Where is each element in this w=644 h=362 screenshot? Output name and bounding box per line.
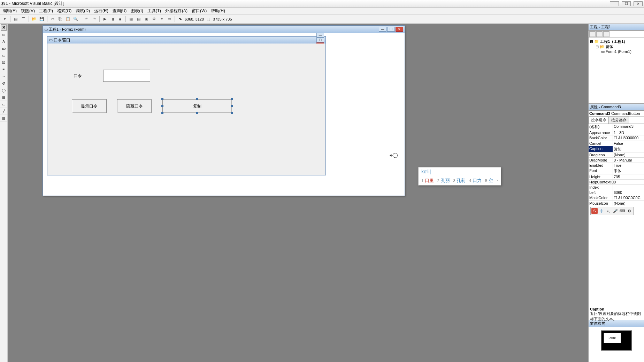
form-maximize-icon[interactable]: ☐ <box>316 38 324 42</box>
menu-addins[interactable]: 外接程序(A) <box>164 7 189 15</box>
property-row[interactable]: CancelFalse <box>589 141 644 146</box>
designer-titlebar[interactable]: ▭ 工程1 - Form1 (Form) — ☐ ✕ <box>43 26 405 33</box>
textbox-tool-icon[interactable]: ab <box>0 45 7 52</box>
selection-handle[interactable] <box>231 105 233 107</box>
selection-handle[interactable] <box>196 98 198 100</box>
designer-window[interactable]: ▭ 工程1 - Form1 (Form) — ☐ ✕ ▭ 口令窗口 — ☐ ✕ <box>43 25 405 196</box>
property-value[interactable]: 宋体 <box>613 168 644 174</box>
ole-tool-icon[interactable]: ▦ <box>0 115 7 122</box>
ime-candidate-popup[interactable]: ko'li| 1 口里2 孔丽3 孔莉4 口力5 空› <box>418 167 501 186</box>
project-explorer-icon[interactable]: ▦ <box>128 16 135 23</box>
run-icon[interactable]: ▶ <box>101 16 108 23</box>
selection-handle[interactable] <box>196 112 198 114</box>
property-value[interactable]: 6360 <box>613 190 644 195</box>
undo-icon[interactable]: ↶ <box>83 16 90 23</box>
paste-icon[interactable]: 📋 <box>64 16 71 23</box>
property-value[interactable]: ☐ &H00C0C0C <box>613 195 644 200</box>
tree-project-node[interactable]: ⊟ 📁 工程1（工程1） <box>590 39 643 44</box>
property-value[interactable]: 复制 <box>613 146 644 152</box>
property-value[interactable] <box>613 185 644 190</box>
close-button[interactable]: ✕ <box>634 1 643 6</box>
ime-keyboard-icon[interactable]: ⌨ <box>619 208 626 214</box>
tab-categorized[interactable]: 按分类序 <box>609 117 629 124</box>
selection-handle[interactable] <box>161 112 163 114</box>
ime-candidate[interactable]: 1 口里 <box>421 178 434 184</box>
data-view-icon[interactable]: ▭ <box>166 16 173 23</box>
layout-form-thumb[interactable]: Form1 <box>604 333 621 343</box>
form-layout-icon[interactable]: ▣ <box>143 16 150 23</box>
property-row[interactable]: Height735 <box>589 174 644 180</box>
property-value[interactable]: 0 - Manual <box>613 158 644 163</box>
property-row[interactable]: HelpContextID0 <box>589 180 644 185</box>
form-layout-body[interactable]: Form1 <box>589 327 644 354</box>
ime-next-icon[interactable]: › <box>497 178 498 184</box>
ime-candidate[interactable]: 4 口力 <box>469 178 482 184</box>
property-row[interactable]: Left6360 <box>589 190 644 195</box>
menu-edit[interactable]: 编辑(E) <box>1 7 18 15</box>
selection-handle[interactable] <box>231 112 233 114</box>
property-row[interactable]: BackColor☐ &H8000000 <box>589 135 644 141</box>
add-form-icon[interactable]: ▤ <box>12 16 19 23</box>
menu-project[interactable]: 工程(P) <box>38 7 54 15</box>
designer-maximize-icon[interactable]: ☐ <box>387 27 395 32</box>
maximize-button[interactable]: ☐ <box>622 1 631 6</box>
save-icon[interactable]: 💾 <box>38 16 45 23</box>
stop-icon[interactable]: ■ <box>117 16 124 23</box>
ime-logo-icon[interactable]: S <box>591 208 598 214</box>
toggle-folders-icon[interactable] <box>603 31 610 37</box>
ime-toolbar[interactable]: S 中 •, 🎤 ⌨ ⚙ <box>590 207 634 215</box>
designer-minimize-icon[interactable]: — <box>379 27 386 32</box>
menu-view[interactable]: 视图(V) <box>20 7 36 15</box>
property-row[interactable]: DragIcon(None) <box>589 152 644 158</box>
pause-icon[interactable]: ⏸ <box>109 16 116 23</box>
ime-voice-icon[interactable]: 🎤 <box>612 208 619 214</box>
form-designer[interactable]: ▭ 口令窗口 — ☐ ✕ 口令 显示口令 隐藏口令 复制 <box>47 36 326 175</box>
find-icon[interactable]: 🔍 <box>72 16 79 23</box>
property-row[interactable]: DragMode0 - Manual <box>589 158 644 163</box>
selection-handle[interactable] <box>231 98 233 100</box>
project-tree[interactable]: ⊟ 📁 工程1（工程1） ⊟ 📂 窗体 ▭ Form1 (Form1) <box>589 38 644 103</box>
button-show-password[interactable]: 显示口令 <box>72 99 107 113</box>
menu-query[interactable]: 查询(U) <box>111 7 128 15</box>
property-row[interactable]: MouseIcon(None) <box>589 201 644 206</box>
menu-format[interactable]: 格式(O) <box>56 7 73 15</box>
ime-settings-icon[interactable]: ⚙ <box>626 208 632 214</box>
property-row[interactable]: Font宋体 <box>589 168 644 174</box>
view-code-icon[interactable] <box>589 31 596 37</box>
new-project-icon[interactable]: ▾ <box>1 16 8 23</box>
property-row[interactable]: Caption复制 <box>589 146 644 152</box>
menu-debug[interactable]: 调试(D) <box>74 7 91 15</box>
property-value[interactable]: ☐ &H8000000 <box>613 135 644 141</box>
combobox-tool-icon[interactable]: ≡ <box>0 66 7 73</box>
property-row[interactable]: Appearance1 - 3D <box>589 130 644 135</box>
ime-lang-button[interactable]: 中 <box>598 208 605 214</box>
property-row[interactable]: (名称)Command3 <box>589 124 644 130</box>
object-browser-icon[interactable]: ⚙ <box>151 16 158 23</box>
ime-candidate[interactable]: 5 空 <box>485 178 493 184</box>
image-tool-icon[interactable]: ▦ <box>0 94 7 101</box>
checkbox-tool-icon[interactable]: ☑ <box>0 59 7 66</box>
frame-tool-icon[interactable]: ▭ <box>0 52 7 59</box>
tab-alphabetic[interactable]: 按字母序 <box>589 117 609 124</box>
selection-handle[interactable] <box>161 98 163 100</box>
property-row[interactable]: EnabledTrue <box>589 163 644 168</box>
property-value[interactable]: 735 <box>613 174 644 179</box>
ime-candidate[interactable]: 3 孔莉 <box>453 178 466 184</box>
property-value[interactable]: False <box>613 141 644 146</box>
ime-punct-icon[interactable]: •, <box>605 208 612 214</box>
menu-help[interactable]: 帮助(H) <box>209 7 227 15</box>
minimize-button[interactable]: — <box>610 1 619 6</box>
shape-tool-icon[interactable]: ◯ <box>0 87 7 94</box>
textbox-password[interactable] <box>103 70 150 82</box>
menu-diagram[interactable]: 图表(I) <box>129 7 144 15</box>
property-value[interactable]: (None) <box>613 152 644 157</box>
pointer-tool-icon[interactable]: ▭ <box>0 31 7 38</box>
menu-run[interactable]: 运行(R) <box>93 7 110 15</box>
label-tool-icon[interactable]: A <box>0 38 7 45</box>
copy-icon[interactable]: ⿻ <box>57 16 64 23</box>
property-value[interactable]: True <box>613 163 644 168</box>
data-tool-icon[interactable]: ▭ <box>0 101 7 108</box>
hscroll-tool-icon[interactable]: ↔ <box>0 73 7 80</box>
toolbox-icon[interactable]: ✦ <box>158 16 165 23</box>
properties-icon[interactable]: ▤ <box>135 16 142 23</box>
